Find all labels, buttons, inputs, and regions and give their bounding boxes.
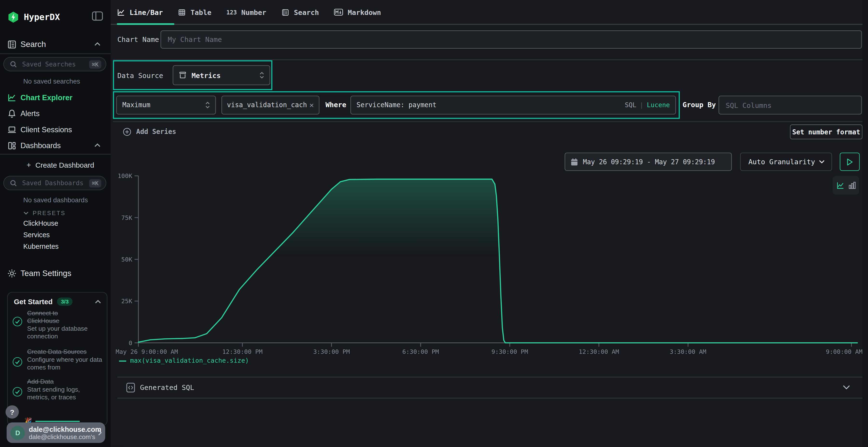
presets-toggle[interactable]: PRESETS bbox=[23, 209, 66, 217]
step-subtitle: Start sending logs, metrics, or traces bbox=[27, 385, 102, 401]
app-title: HyperDX bbox=[24, 12, 60, 22]
data-source-select[interactable]: Metrics bbox=[173, 65, 270, 85]
generated-sql-row[interactable]: Generated SQL bbox=[111, 377, 863, 398]
number-123-icon: 123 bbox=[226, 9, 237, 16]
tab-line-bar[interactable]: Line/Bar bbox=[117, 0, 163, 24]
get-started-item[interactable]: Create Data Sources Configure where your… bbox=[27, 348, 103, 371]
group-by-input[interactable] bbox=[724, 100, 856, 110]
saved-searches-search[interactable]: ⌘K bbox=[3, 57, 106, 71]
saved-dashboards-search[interactable]: ⌘K bbox=[3, 176, 106, 190]
sql-mode-toggle[interactable]: SQL bbox=[625, 101, 636, 109]
client-sessions-label: Client Sessions bbox=[21, 125, 72, 133]
preset-clickhouse[interactable]: ClickHouse bbox=[23, 219, 58, 227]
group-by-label: Group By bbox=[683, 101, 716, 109]
get-started-item[interactable]: Add Data Start sending logs, metrics, or… bbox=[27, 378, 102, 401]
help-button[interactable]: ? bbox=[5, 405, 19, 419]
granularity-select[interactable]: Auto Granularity bbox=[740, 153, 832, 171]
tab-label: Line/Bar bbox=[129, 8, 163, 16]
team-settings-label: Team Settings bbox=[21, 269, 71, 278]
preset-services[interactable]: Services bbox=[23, 231, 50, 239]
sidebar-item-team-settings[interactable]: Team Settings bbox=[0, 265, 111, 281]
step-title: Create Data Sources bbox=[27, 348, 103, 355]
chevron-down-icon bbox=[819, 160, 825, 164]
tab-number[interactable]: 123 Number bbox=[226, 0, 267, 24]
lucene-mode-toggle[interactable]: Lucene bbox=[647, 101, 670, 109]
laptop-icon bbox=[7, 125, 17, 134]
where-label: Where bbox=[326, 101, 346, 109]
svg-text:75K: 75K bbox=[121, 214, 132, 221]
chevron-up-icon[interactable] bbox=[95, 300, 101, 304]
svg-text:12:30:00 PM: 12:30:00 PM bbox=[222, 348, 262, 355]
svg-text:3:30:00 AM: 3:30:00 AM bbox=[670, 348, 707, 355]
plus-circle-icon bbox=[123, 128, 131, 136]
chart-area[interactable]: 025K50K75K100KMay 26 9:00:00 AM12:30:00 … bbox=[111, 172, 863, 362]
step-subtitle: Configure where your data comes from bbox=[27, 355, 103, 371]
active-tab-indicator bbox=[117, 23, 174, 25]
svg-text:9:00:00 AM: 9:00:00 AM bbox=[826, 348, 863, 355]
add-series-button[interactable]: Add Series bbox=[123, 127, 176, 136]
tab-label: Markdown bbox=[348, 8, 381, 16]
chart-name-field[interactable] bbox=[161, 30, 862, 49]
tab-table[interactable]: Table bbox=[178, 0, 211, 24]
preset-kubernetes[interactable]: Kubernetes bbox=[23, 243, 59, 250]
legend-series-label: max(visa_validation_cache.size) bbox=[130, 357, 249, 365]
search-section-label: Search bbox=[21, 40, 46, 49]
saved-dashboards-input[interactable] bbox=[21, 179, 89, 187]
add-series-label: Add Series bbox=[136, 128, 176, 135]
chart-line-icon bbox=[7, 93, 17, 102]
select-chevrons-icon bbox=[206, 102, 210, 108]
no-saved-searches-text: No saved searches bbox=[23, 77, 80, 85]
saved-searches-input[interactable] bbox=[21, 60, 89, 69]
sidebar-item-chart-explorer[interactable]: Chart Explorer bbox=[0, 90, 111, 105]
svg-text:6:30:00 PM: 6:30:00 PM bbox=[402, 348, 439, 355]
metric-tag-label: visa_validation_cach bbox=[227, 101, 307, 109]
group-by-field[interactable] bbox=[718, 96, 862, 114]
data-source-label: Data Source bbox=[117, 71, 163, 79]
divider bbox=[113, 59, 863, 60]
avatar: D bbox=[10, 425, 25, 440]
tab-label: Number bbox=[241, 8, 267, 16]
step-title: Connect to ClickHouse bbox=[27, 309, 86, 324]
aggregation-select[interactable]: Maximum bbox=[116, 96, 216, 114]
metric-tag[interactable]: visa_validation_cach × bbox=[221, 96, 319, 114]
sidebar-item-dashboards[interactable]: Dashboards bbox=[0, 138, 111, 153]
collapse-sidebar-icon[interactable] bbox=[92, 11, 103, 22]
gear-icon bbox=[7, 269, 17, 278]
chart-name-input[interactable] bbox=[166, 35, 856, 44]
hyperdx-logo-icon bbox=[7, 11, 20, 23]
where-filter-field[interactable]: ServiceName: payment SQL | Lucene bbox=[350, 96, 676, 114]
sidebar-section-search[interactable]: Search bbox=[0, 37, 111, 52]
set-number-format-button[interactable]: Set number format bbox=[790, 125, 863, 139]
dashboards-label: Dashboards bbox=[21, 141, 61, 149]
metrics-source-icon bbox=[179, 71, 187, 79]
where-value: ServiceName: payment bbox=[356, 101, 437, 109]
get-started-header[interactable]: Get Started 3/3 bbox=[14, 298, 72, 306]
sidebar-item-alerts[interactable]: Alerts bbox=[0, 106, 111, 121]
check-circle-icon bbox=[13, 357, 22, 367]
chart-legend[interactable]: max(visa_validation_cache.size) bbox=[119, 357, 249, 365]
chevron-up-icon[interactable] bbox=[94, 143, 101, 148]
create-dashboard-label: Create Dashboard bbox=[35, 161, 94, 169]
tab-search[interactable]: Search bbox=[281, 0, 319, 24]
time-range-value: May 26 09:29:19 - May 27 09:29:19 bbox=[583, 158, 715, 166]
chevron-down-icon[interactable] bbox=[842, 385, 850, 390]
time-range-picker[interactable]: May 26 09:29:19 - May 27 09:29:19 bbox=[565, 153, 732, 171]
chevron-up-icon[interactable] bbox=[94, 42, 101, 46]
tab-markdown[interactable]: Markdown bbox=[334, 0, 381, 24]
get-started-item[interactable]: Connect to ClickHouse Set up your databa… bbox=[27, 309, 102, 340]
search-doc-icon bbox=[281, 8, 289, 16]
user-menu[interactable]: D dale@clickhouse.com dale@clickhouse.co… bbox=[7, 422, 105, 443]
app-window: HyperDX Search bbox=[0, 0, 868, 447]
chart-explorer-label: Chart Explorer bbox=[21, 93, 72, 101]
remove-metric-icon[interactable]: × bbox=[309, 101, 314, 109]
line-chart-icon bbox=[117, 8, 125, 16]
create-dashboard-button[interactable]: + Create Dashboard bbox=[27, 159, 94, 170]
svg-text:12:30:00 AM: 12:30:00 AM bbox=[579, 348, 619, 355]
sidebar-item-client-sessions[interactable]: Client Sessions bbox=[0, 122, 111, 137]
svg-text:100K: 100K bbox=[118, 172, 133, 179]
run-query-button[interactable] bbox=[840, 153, 860, 171]
chart-type-tabs: Line/Bar Table 123 Number bbox=[117, 0, 381, 24]
alerts-label: Alerts bbox=[21, 109, 39, 117]
generated-sql-label: Generated SQL bbox=[140, 383, 194, 391]
user-email: dale@clickhouse.com bbox=[29, 425, 98, 433]
